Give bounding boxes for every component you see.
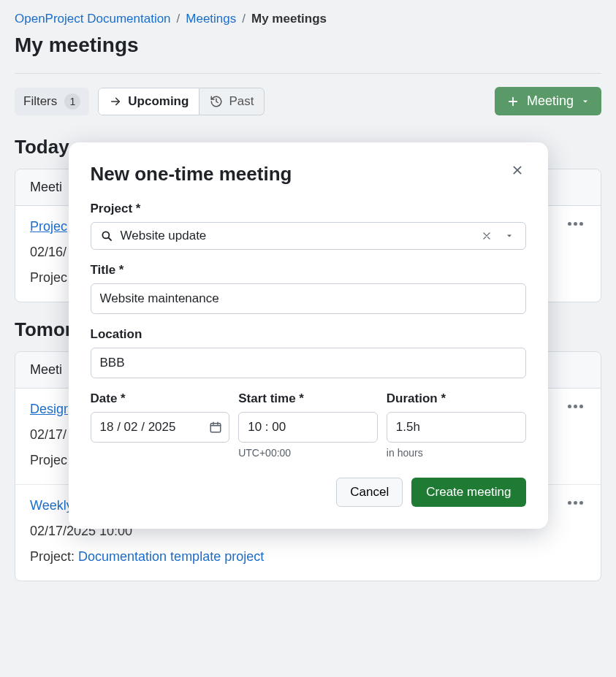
start-time-helper: UTC+00:00 (238, 447, 378, 459)
breadcrumb-meetings[interactable]: Meetings (186, 12, 236, 26)
duration-helper: in hours (387, 447, 526, 459)
toolbar: Filters 1 Upcoming Past Meeting (15, 87, 601, 115)
tab-past-label: Past (229, 94, 254, 109)
project-clear[interactable] (479, 231, 495, 241)
project-select[interactable]: Website update (91, 222, 526, 250)
breadcrumb-sep: / (177, 12, 180, 26)
duration-input[interactable] (387, 412, 526, 443)
view-segment: Upcoming Past (98, 88, 265, 115)
history-icon (210, 95, 223, 108)
meeting-actions-menu[interactable] (565, 402, 586, 411)
arrow-right-icon (109, 95, 122, 108)
title-label: Title * (91, 263, 526, 278)
new-meeting-modal: New one-time meeting Project * Website u… (69, 142, 548, 529)
x-icon (482, 231, 492, 241)
divider (15, 73, 601, 74)
breadcrumb-current: My meetings (251, 12, 327, 26)
filters-button[interactable]: Filters 1 (15, 88, 89, 115)
tab-upcoming-label: Upcoming (128, 94, 189, 109)
page-title: My meetings (15, 34, 601, 57)
meeting-link[interactable]: Projec (30, 219, 67, 234)
title-input[interactable] (91, 283, 526, 314)
project-value: Website update (121, 229, 471, 243)
caret-down-icon (505, 232, 514, 240)
filters-count-badge: 1 (64, 93, 80, 110)
search-icon (100, 229, 113, 242)
modal-title: New one-time meeting (91, 163, 292, 185)
duration-label: Duration * (387, 391, 526, 406)
meeting-project-link[interactable]: Documentation template project (78, 549, 264, 564)
breadcrumb: OpenProject Documentation / Meetings / M… (15, 12, 601, 26)
date-label: Date * (91, 391, 230, 406)
caret-down-icon (581, 97, 590, 106)
meeting-project-label: Projec (30, 453, 67, 467)
tab-past[interactable]: Past (199, 88, 265, 115)
project-dropdown-toggle[interactable] (502, 232, 517, 240)
create-meeting-button[interactable]: Create meeting (411, 478, 525, 507)
project-label: Project * (91, 202, 526, 216)
meeting-link[interactable]: Desigr (30, 402, 68, 417)
date-input[interactable] (91, 412, 230, 443)
tab-upcoming[interactable]: Upcoming (98, 88, 199, 115)
close-icon (512, 164, 523, 176)
plus-icon (506, 95, 520, 108)
meeting-actions-menu[interactable] (565, 498, 586, 508)
location-label: Location (91, 327, 526, 342)
breadcrumb-root[interactable]: OpenProject Documentation (15, 12, 171, 26)
location-input[interactable] (91, 348, 526, 378)
meeting-actions-menu[interactable] (565, 219, 586, 229)
modal-close-button[interactable] (509, 163, 526, 177)
start-time-label: Start time * (238, 391, 378, 406)
cancel-button[interactable]: Cancel (336, 478, 403, 507)
start-time-input[interactable] (238, 412, 378, 443)
filters-label: Filters (23, 94, 57, 109)
meeting-project-label: Projec (30, 270, 67, 285)
breadcrumb-sep: / (242, 12, 246, 26)
meeting-project-label: Project: (30, 549, 75, 564)
new-meeting-button[interactable]: Meeting (495, 87, 601, 115)
new-meeting-label: Meeting (527, 93, 574, 109)
